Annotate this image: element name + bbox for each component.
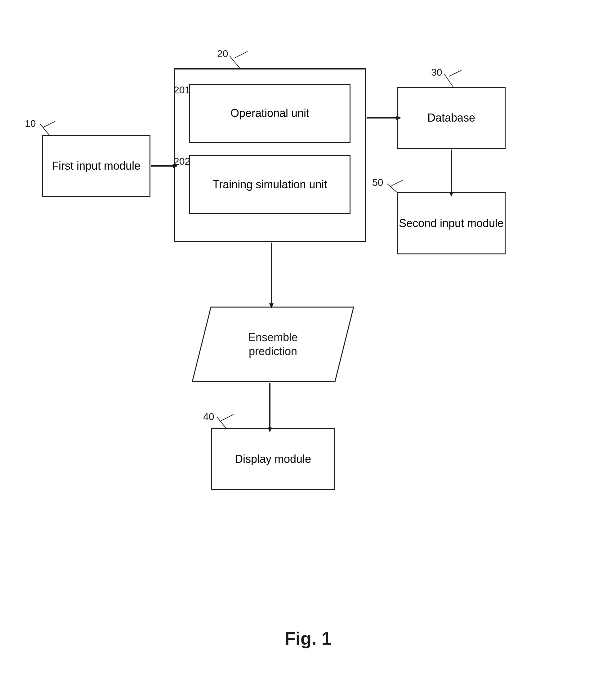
svg-line-3 <box>235 51 247 58</box>
svg-line-6 <box>390 180 403 187</box>
ref-50: 50 <box>372 177 406 188</box>
ref-30: 30 <box>431 67 465 78</box>
ref-10: 10 <box>25 118 58 129</box>
training-simulation-label: Training simulation unit <box>213 177 327 192</box>
ensemble-prediction-shape: Ensemble prediction <box>186 304 360 385</box>
svg-line-5 <box>449 70 462 76</box>
svg-text:Ensemble: Ensemble <box>248 331 298 344</box>
box-training-simulation: Training simulation unit <box>189 155 351 214</box>
first-input-module-label: First input module <box>52 159 140 173</box>
box-first-input-module: First input module <box>42 135 150 197</box>
ref-20: 20 <box>217 48 250 60</box>
second-input-module-label: Second input module <box>399 216 504 231</box>
box-operational-unit: Operational unit <box>189 84 351 143</box>
ref-40: 40 <box>203 411 237 423</box>
figure-label-text: Fig. 1 <box>284 628 331 648</box>
box-database: Database <box>397 87 506 149</box>
operational-unit-label: Operational unit <box>230 106 309 121</box>
svg-text:prediction: prediction <box>249 345 297 358</box>
ref-202: 202 <box>174 156 190 167</box>
diagram-container: Operational unit Training simulation uni… <box>0 0 616 689</box>
svg-marker-0 <box>192 307 354 382</box>
display-module-label: Display module <box>235 452 311 467</box>
svg-line-7 <box>221 414 234 421</box>
box-display-module: Display module <box>211 428 335 490</box>
database-label: Database <box>427 111 475 125</box>
ref-201: 201 <box>174 84 190 96</box>
figure-label: Fig. 1 <box>0 628 616 649</box>
svg-line-4 <box>43 121 55 128</box>
box-second-input-module: Second input module <box>397 192 506 254</box>
